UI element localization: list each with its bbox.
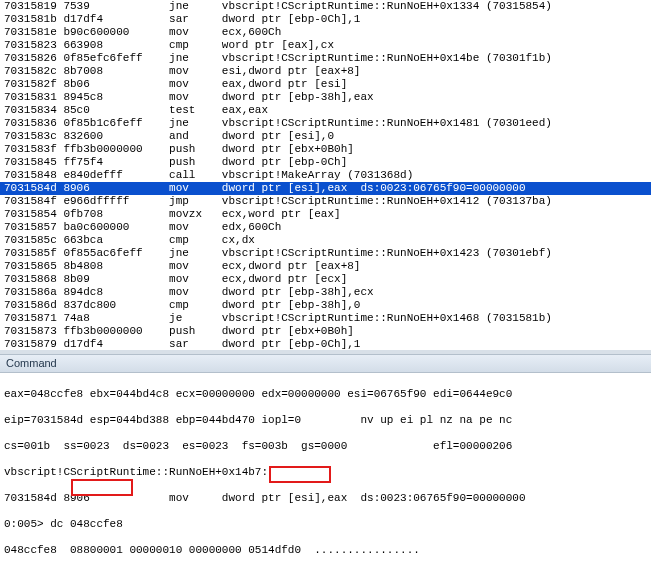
disasm-row[interactable]: 7031584f e966dfffff jmp vbscript!CScript… bbox=[0, 195, 651, 208]
registers-line: cs=001b ss=0023 ds=0023 es=0023 fs=003b … bbox=[4, 440, 647, 453]
disasm-row[interactable]: 7031582c 8b7008 mov esi,dword ptr [eax+8… bbox=[0, 65, 651, 78]
registers-line: eip=7031584d esp=044bd388 ebp=044bd470 i… bbox=[4, 414, 647, 427]
disasm-row[interactable]: 70315865 8b4808 mov ecx,dword ptr [eax+8… bbox=[0, 260, 651, 273]
disasm-row[interactable]: 7031584d 8906 mov dword ptr [esi],eax ds… bbox=[0, 182, 651, 195]
disasm-row[interactable]: 70315819 7539 jne vbscript!CScriptRuntim… bbox=[0, 0, 651, 13]
disasm-row[interactable]: 7031581b d17df4 sar dword ptr [ebp-0Ch],… bbox=[0, 13, 651, 26]
disasm-row[interactable]: 70315831 8945c8 mov dword ptr [ebp-38h],… bbox=[0, 91, 651, 104]
disassembly-pane[interactable]: 70315819 7539 jne vbscript!CScriptRuntim… bbox=[0, 0, 651, 350]
disasm-row[interactable]: 7031581e b90c600000 mov ecx,600Ch bbox=[0, 26, 651, 39]
disasm-row[interactable]: 70315826 0f85efc6feff jne vbscript!CScri… bbox=[0, 52, 651, 65]
disasm-row[interactable]: 70315879 d17df4 sar dword ptr [ebp-0Ch],… bbox=[0, 338, 651, 350]
symbol-line: vbscript!CScriptRuntime::RunNoEH+0x14b7: bbox=[4, 466, 647, 479]
disasm-row[interactable]: 7031582f 8b06 mov eax,dword ptr [esi] bbox=[0, 78, 651, 91]
disasm-row[interactable]: 7031585f 0f855ac6feff jne vbscript!CScri… bbox=[0, 247, 651, 260]
disasm-row[interactable]: 70315871 74a8 je vbscript!CScriptRuntime… bbox=[0, 312, 651, 325]
disasm-row[interactable]: 70315868 8b09 mov ecx,dword ptr [ecx] bbox=[0, 273, 651, 286]
disasm-row[interactable]: 70315823 663908 cmp word ptr [eax],cx bbox=[0, 39, 651, 52]
command-pane[interactable]: eax=048ccfe8 ebx=044bd4c8 ecx=00000000 e… bbox=[0, 373, 651, 561]
disasm-row[interactable]: 70315873 ffb3b0000000 push dword ptr [eb… bbox=[0, 325, 651, 338]
command-title: Command bbox=[6, 357, 57, 369]
instruction-line: 7031584d 8906 mov dword ptr [esi],eax ds… bbox=[4, 492, 647, 505]
disasm-row[interactable]: 70315854 0fb708 movzx ecx,word ptr [eax] bbox=[0, 208, 651, 221]
disasm-row[interactable]: 7031586a 894dc8 mov dword ptr [ebp-38h],… bbox=[0, 286, 651, 299]
disasm-row[interactable]: 70315848 e840defff call vbscript!MakeArr… bbox=[0, 169, 651, 182]
dump-line: 048ccfe8 08800001 00000010 00000000 0514… bbox=[4, 544, 647, 557]
disasm-row[interactable]: 70315834 85c0 test eax,eax bbox=[0, 104, 651, 117]
disasm-row[interactable]: 70315845 ff75f4 push dword ptr [ebp-0Ch] bbox=[0, 156, 651, 169]
disasm-row[interactable]: 70315857 ba0c600000 mov edx,600Ch bbox=[0, 221, 651, 234]
command-pane-header[interactable]: Command bbox=[0, 354, 651, 373]
disasm-row[interactable]: 7031586d 837dc800 cmp dword ptr [ebp-38h… bbox=[0, 299, 651, 312]
prompt-line: 0:005> dc 048ccfe8 bbox=[4, 518, 647, 531]
disasm-row[interactable]: 7031583f ffb3b0000000 push dword ptr [eb… bbox=[0, 143, 651, 156]
disasm-row[interactable]: 7031585c 663bca cmp cx,dx bbox=[0, 234, 651, 247]
disasm-row[interactable]: 7031583c 832600 and dword ptr [esi],0 bbox=[0, 130, 651, 143]
registers-line: eax=048ccfe8 ebx=044bd4c8 ecx=00000000 e… bbox=[4, 388, 647, 401]
disasm-row[interactable]: 70315836 0f85b1c6feff jne vbscript!CScri… bbox=[0, 117, 651, 130]
